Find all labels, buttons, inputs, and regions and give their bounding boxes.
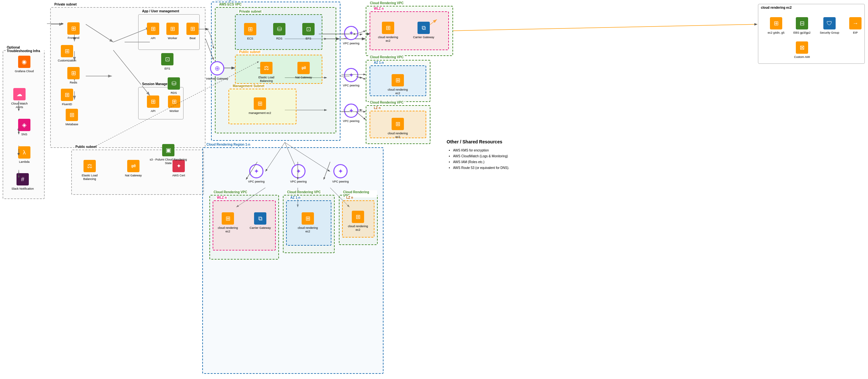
carrier-gw-bot-icon: ⧉ xyxy=(254,212,266,225)
cr-ec2-detail-label: cloud rendering ec2 xyxy=(761,6,792,9)
grafana-node: ◉ Grafana Cloud xyxy=(13,56,36,73)
lz-n-bot-label: LZ n xyxy=(345,196,354,199)
rds-icon: ⛁ xyxy=(168,77,180,90)
cr-ec2-az-bot-icon: ⊞ xyxy=(302,212,314,225)
vpc-peer-1-label: VPC peering xyxy=(343,42,359,45)
worker-label: Worker xyxy=(168,37,177,40)
cr-ec2-wlz-top-label: cloud rendering ec2 xyxy=(377,36,399,43)
cr-vpc-bot-wlz: Cloud Rendering VPC WLZ n ⊞ cloud render… xyxy=(209,195,279,259)
eip-icon: → xyxy=(849,17,862,29)
api-label: API xyxy=(151,37,156,40)
beat-label: Beat xyxy=(190,37,196,40)
ecs-nat-node: ⇌ Nat Gateway xyxy=(292,62,315,79)
mgmt-ec2-node: ⊞ management ec2 xyxy=(249,97,271,115)
mgmt-label: Management Subnet xyxy=(232,84,266,88)
metabase-node: ⊞ Metabase xyxy=(61,109,83,126)
wlz-box-top: WLZ n ⊞ cloud rendering ec2 ⧉ Carrier Ga… xyxy=(370,11,449,50)
lz-box-bot: LZ n ⊞ cloud rendering ec2 xyxy=(370,111,426,138)
slack-icon: # xyxy=(17,173,29,185)
mgmt-subnet: Management Subnet ⊞ management ec2 xyxy=(228,89,297,124)
cloudwatch-icon: ☁ xyxy=(13,88,26,100)
lambda-icon: λ xyxy=(18,146,30,159)
frontend-node: ⊞ Frontend xyxy=(62,22,85,40)
frontend-label: Frontend xyxy=(68,36,79,40)
cr-vpc-mid-label: Cloud Rendering VPC xyxy=(369,55,405,59)
customization-label: Customization xyxy=(58,59,76,62)
lambda-label: Lambda xyxy=(19,160,30,164)
ebs-node: ⊟ EBS gp3/gp2 xyxy=(790,17,813,35)
efs-label: EFS xyxy=(164,67,170,70)
session-api-node: ⊞ API xyxy=(142,95,164,113)
custom-ami-icon: ⊠ xyxy=(796,41,808,54)
cr-ec2-az-bot-label: cloud rendering ec2 xyxy=(297,226,319,233)
efs-icon: ⊡ xyxy=(161,53,174,65)
s3-node: ▣ s3 - Pulumi Cloud Rendering State xyxy=(147,144,189,165)
main-nat-node: ⇌ Nat Gateway xyxy=(122,160,145,177)
frontend-icon: ⊞ xyxy=(67,22,80,35)
efs-node: ⊡ EFS xyxy=(156,53,179,70)
cr-ec2-az-mid: ⊞ cloud rendering ec2 xyxy=(386,74,409,95)
igw-node: ⊕ Internet Gateway xyxy=(206,61,228,81)
cr-vpc-bot-label: Cloud Rendering VPC xyxy=(369,101,405,104)
session-worker-node: ⊞ Worker xyxy=(163,95,185,113)
eip-node: → EIP xyxy=(844,17,867,35)
az-1n-label: AZ 1-n xyxy=(373,61,385,64)
cr-ec2-az-bot: ⊞ cloud rendering ec2 xyxy=(297,212,319,233)
vpc-peer-bot-3-label: VPC peering xyxy=(332,180,348,184)
ecs-nat-label: Nat Gateway xyxy=(295,76,312,79)
vpc-peer-1-icon: ✦ xyxy=(344,26,358,40)
redis-node: ⊞ Redis xyxy=(62,67,85,85)
cr-vpc-mid: Cloud Rendering VPC AZ 1-n ⊞ cloud rende… xyxy=(366,60,430,102)
cr-vpc-bot-lz: Cloud Rendering VPC LZ n ⊞ cloud renderi… xyxy=(339,195,378,245)
vpc-peer-2: ✦ VPC peering xyxy=(340,68,363,87)
main-region-box: Main Region AWS ECS VPC Private subnet ⊞… xyxy=(211,2,340,141)
svg-line-51 xyxy=(453,24,757,31)
optional-label: Optional Troubleshooting Infra xyxy=(6,45,44,53)
sns-node: ◈ SNS xyxy=(13,119,36,136)
vpc-peer-2-icon: ✦ xyxy=(344,68,358,82)
public-subnet-label2: Public subnet xyxy=(74,145,98,149)
vpc-peer-bot-1-label: VPC peering xyxy=(248,180,265,184)
session-api-icon: ⊞ xyxy=(147,95,159,108)
lz-n-label: LZ n xyxy=(373,106,381,110)
grafana-icon: ◉ xyxy=(18,56,30,68)
cloudwatch-label: Cloud Watch Alerts xyxy=(8,102,31,109)
diagram-canvas: Optional Troubleshooting Infra ◉ Grafana… xyxy=(0,0,868,379)
aws-cert-label: AWS Cert xyxy=(172,174,185,177)
metabase-label: Metabase xyxy=(65,123,78,126)
cr-vpc-bot: Cloud Rendering VPC LZ n ⊞ cloud renderi… xyxy=(366,105,430,144)
sns-icon: ◈ xyxy=(18,119,30,131)
cr-ec2-wlz-top: ⊞ cloud rendering ec2 xyxy=(377,22,399,43)
main-elb-label: Elastic Load Balancing xyxy=(78,174,101,181)
sns-label: SNS xyxy=(21,133,28,136)
metabase-icon: ⊞ xyxy=(66,109,78,121)
s3-label: s3 - Pulumi Cloud Rendering State xyxy=(147,158,189,165)
private-subnet-label: Private subnet xyxy=(53,3,78,6)
rds-main-node: ⛁ RDS xyxy=(162,77,185,95)
wlz-box-bot: WLZ n ⊞ cloud rendering ec2 ⧉ Carrier Ga… xyxy=(213,200,276,251)
app-user-mgmt-box: App / User management ⊞ API ⊞ Worker ⊞ B… xyxy=(138,14,200,50)
ecs-efs-icon: ⊡ xyxy=(302,23,315,35)
vpc-peer-bot-3: ✦ VPC peering xyxy=(329,164,352,184)
mgmt-ec2-icon: ⊞ xyxy=(254,97,266,110)
worker-node: ⊞ Worker xyxy=(161,23,184,40)
customization-node: ⊞ Customization xyxy=(56,45,78,62)
igw-label: Internet Gateway xyxy=(206,77,228,81)
fluentd-icon: ⊞ xyxy=(61,89,73,101)
cr-ec2-az-mid-label: cloud rendering ec2 xyxy=(386,88,409,95)
ecs-elb-label: Elastic Load Balancing xyxy=(255,76,278,83)
ebs-label: EBS gp3/gp2 xyxy=(793,31,810,35)
carrier-gw-top: ⧉ Carrier Gateway xyxy=(412,22,435,39)
worker-icon: ⊞ xyxy=(166,23,179,35)
vpc-peer-bot-3-icon: ✦ xyxy=(333,164,348,178)
cr-ec2-lz-bot-label: cloud rendering ec2 xyxy=(386,132,409,139)
ec2-g4dn-icon: ⊞ xyxy=(770,17,782,29)
other-resource-item-1: AWS KMS for encryption xyxy=(453,148,544,153)
cr-vpc-bot-wlz-label: Cloud Rendering VPC xyxy=(213,190,248,194)
ecs-vpc-box: AWS ECS VPC Private subnet ⊞ ECS ⛁ RDS ⊡… xyxy=(215,7,336,133)
ecs-nat-icon: ⇌ xyxy=(298,62,310,74)
app-mgmt-label: App / User management xyxy=(141,9,180,13)
beat-icon: ⊞ xyxy=(186,23,199,35)
ecs-elb-icon: ⚖ xyxy=(260,62,273,74)
other-resources-title: Other / Shared Resources xyxy=(446,139,544,144)
